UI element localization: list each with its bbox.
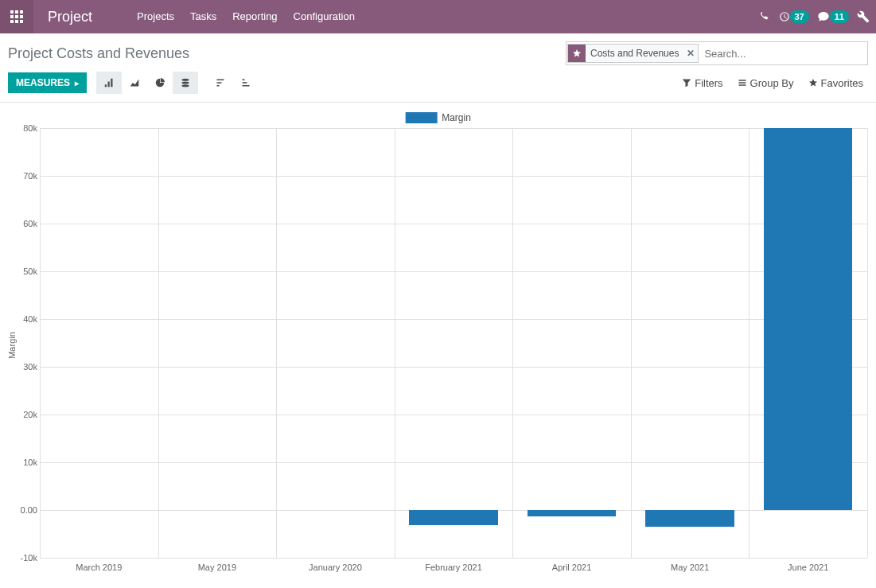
grid-v-line xyxy=(512,128,513,558)
facet-remove-icon[interactable]: ✕ xyxy=(683,48,698,59)
y-axis-title: Margin xyxy=(7,332,17,359)
groupby-label: Group By xyxy=(750,77,794,89)
favorites-label: Favorites xyxy=(821,77,863,89)
grid-h-line xyxy=(40,176,867,177)
chart: Margin Margin -10k0.0010k20k30k40k50k60k… xyxy=(0,103,876,588)
legend-label: Margin xyxy=(442,112,471,123)
grid-h-line xyxy=(40,128,867,129)
y-tick-label: 70k xyxy=(6,171,37,181)
star-icon xyxy=(808,78,818,88)
search-facet-favorite: Costs and Revenues ✕ xyxy=(567,44,699,63)
chart-line-button[interactable] xyxy=(122,72,147,94)
x-tick-label: February 2021 xyxy=(425,563,482,572)
chart-legend[interactable]: Margin xyxy=(405,112,471,123)
grid-h-line xyxy=(40,271,867,272)
nav-projects[interactable]: Projects xyxy=(129,0,182,33)
chart-stacked-button[interactable] xyxy=(173,72,198,94)
filters-dropdown[interactable]: Filters xyxy=(682,77,722,89)
grid-h-line xyxy=(40,462,867,463)
grid-v-line xyxy=(631,128,632,558)
nav-reporting[interactable]: Reporting xyxy=(224,0,285,33)
sort-desc-button[interactable] xyxy=(208,72,233,94)
bar[interactable] xyxy=(409,510,497,525)
chart-bar-button[interactable] xyxy=(96,72,122,94)
y-tick-label: 0.00 xyxy=(6,505,37,515)
y-tick-label: -10k xyxy=(6,553,37,563)
y-tick-label: 80k xyxy=(6,123,37,133)
bar[interactable] xyxy=(764,128,852,510)
grid-v-line xyxy=(395,128,395,558)
groupby-dropdown[interactable]: Group By xyxy=(738,77,794,89)
y-tick-label: 10k xyxy=(6,458,37,467)
phone-icon[interactable] xyxy=(760,11,771,22)
svg-point-1 xyxy=(182,82,189,84)
debug-icon[interactable] xyxy=(857,10,870,23)
grid-v-line xyxy=(40,128,41,558)
apps-menu-button[interactable] xyxy=(0,0,33,33)
grid-h-line xyxy=(40,415,867,415)
messaging-button[interactable]: 11 xyxy=(817,10,849,23)
svg-point-2 xyxy=(182,84,189,87)
nav-configuration[interactable]: Configuration xyxy=(286,0,363,33)
bar[interactable] xyxy=(645,510,734,527)
facet-label: Costs and Revenues xyxy=(586,48,683,59)
grid-h-line xyxy=(40,319,867,320)
measures-label: MEASURES xyxy=(16,77,70,88)
legend-swatch xyxy=(405,112,437,123)
search-input[interactable] xyxy=(699,42,867,64)
star-icon xyxy=(568,45,586,62)
chart-pie-button[interactable] xyxy=(147,72,173,94)
control-panel: Project Costs and Revenues Costs and Rev… xyxy=(0,33,876,103)
x-tick-label: March 2019 xyxy=(76,563,122,572)
nav-tasks[interactable]: Tasks xyxy=(182,0,224,33)
x-tick-label: June 2021 xyxy=(788,563,828,572)
y-tick-label: 50k xyxy=(6,267,37,276)
x-tick-label: May 2021 xyxy=(671,563,709,572)
favorites-dropdown[interactable]: Favorites xyxy=(808,77,863,89)
list-icon xyxy=(738,78,747,88)
caret-right-icon: ▸ xyxy=(75,79,79,88)
messaging-badge: 11 xyxy=(830,10,849,23)
apps-icon xyxy=(10,10,23,23)
grid-h-line xyxy=(40,224,867,224)
y-tick-label: 30k xyxy=(6,362,37,372)
activities-button[interactable]: 37 xyxy=(779,10,809,23)
grid-h-line xyxy=(40,367,867,368)
sort-asc-button[interactable] xyxy=(233,72,259,94)
grid-v-line xyxy=(867,128,868,558)
measures-button[interactable]: MEASURES ▸ xyxy=(8,72,87,93)
y-tick-label: 40k xyxy=(6,314,37,324)
x-tick-label: May 2019 xyxy=(198,563,236,572)
grid-h-line xyxy=(40,558,867,559)
nav-menu: Projects Tasks Reporting Configuration xyxy=(129,0,363,33)
filters-label: Filters xyxy=(695,77,722,89)
navbar: Project Projects Tasks Reporting Configu… xyxy=(0,0,876,33)
app-brand[interactable]: Project xyxy=(33,9,107,25)
activities-badge: 37 xyxy=(790,10,809,23)
grid-v-line xyxy=(749,128,749,558)
search-box[interactable]: Costs and Revenues ✕ xyxy=(566,41,868,65)
y-tick-label: 20k xyxy=(6,410,37,419)
breadcrumb: Project Costs and Revenues xyxy=(8,45,189,62)
grid-v-line xyxy=(158,128,159,558)
grid-v-line xyxy=(276,128,277,558)
y-tick-label: 60k xyxy=(6,219,37,228)
funnel-icon xyxy=(682,78,691,88)
bar[interactable] xyxy=(528,510,616,516)
x-tick-label: April 2021 xyxy=(552,563,592,572)
svg-point-0 xyxy=(182,79,189,81)
x-tick-label: January 2020 xyxy=(309,563,362,572)
nav-right: 37 11 xyxy=(760,10,877,23)
